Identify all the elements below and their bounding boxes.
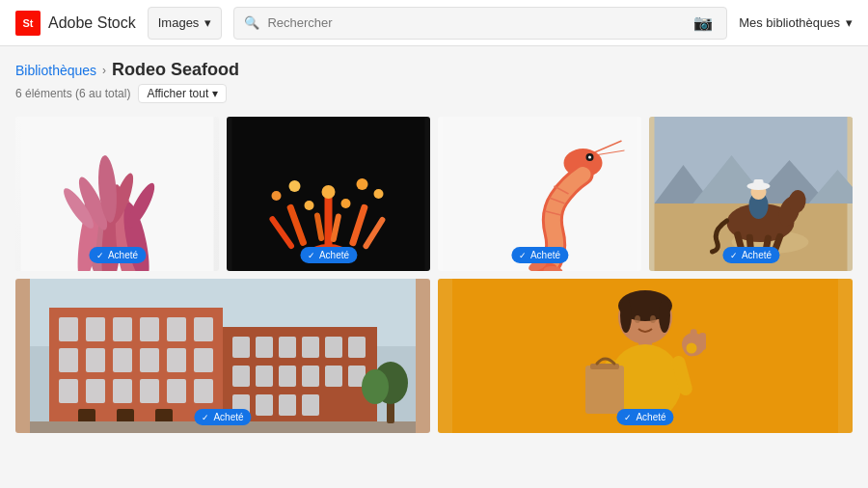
svg-rect-96 — [256, 394, 273, 416]
svg-rect-62 — [86, 317, 105, 341]
svg-rect-83 — [232, 337, 250, 358]
app-header: St Adobe Stock Images ▾ 🔍 📷 Mes biblioth… — [0, 0, 868, 46]
my-libraries-button[interactable]: Mes bibliothèques ▾ — [739, 15, 853, 30]
list-item[interactable]: ✓ Acheté — [649, 117, 853, 271]
breadcrumb-separator: › — [102, 64, 106, 77]
badge-achete: ✓ Acheté — [300, 247, 357, 263]
chevron-down-icon: ▾ — [204, 15, 211, 30]
svg-point-25 — [305, 201, 314, 210]
svg-rect-69 — [113, 348, 132, 372]
svg-rect-84 — [256, 337, 273, 358]
svg-rect-91 — [279, 366, 296, 387]
svg-rect-64 — [140, 317, 159, 341]
svg-rect-74 — [86, 379, 105, 403]
svg-rect-65 — [167, 317, 186, 341]
search-icon: 🔍 — [244, 15, 259, 30]
breadcrumb: Bibliothèques › Rodeo Seafood — [15, 60, 853, 80]
svg-point-18 — [322, 185, 336, 199]
image-grid: ✓ Acheté — [0, 109, 868, 448]
svg-point-109 — [650, 315, 656, 323]
badge-achete: ✓ Acheté — [722, 247, 779, 263]
list-item[interactable]: ✓ Acheté — [438, 117, 641, 271]
svg-point-22 — [374, 189, 384, 199]
item-count: 6 éléments (6 au total) — [15, 87, 130, 100]
svg-rect-57 — [754, 179, 764, 187]
svg-rect-90 — [256, 366, 273, 387]
breadcrumb-parent[interactable]: Bibliothèques — [15, 63, 96, 78]
svg-point-38 — [588, 156, 591, 159]
badge-achete: ✓ Acheté — [616, 409, 673, 425]
svg-rect-85 — [279, 337, 296, 358]
chevron-down-icon: ▾ — [846, 15, 853, 30]
svg-rect-86 — [302, 337, 319, 358]
logo: St Adobe Stock — [15, 11, 136, 36]
images-dropdown[interactable]: Images ▾ — [148, 7, 223, 40]
svg-point-119 — [685, 341, 698, 355]
svg-point-106 — [620, 298, 632, 333]
svg-rect-66 — [194, 317, 213, 341]
list-item[interactable]: ✓ Acheté — [227, 117, 430, 271]
svg-rect-88 — [348, 337, 366, 358]
svg-point-26 — [341, 199, 351, 208]
svg-rect-61 — [59, 317, 78, 341]
svg-rect-98 — [302, 394, 319, 416]
svg-rect-117 — [699, 333, 706, 350]
svg-rect-63 — [113, 317, 132, 341]
svg-point-102 — [362, 369, 389, 404]
svg-rect-68 — [86, 348, 105, 372]
camera-search-button[interactable]: 📷 — [690, 10, 717, 36]
libraries-label: Mes bibliothèques — [739, 15, 840, 30]
images-label: Images — [158, 15, 200, 30]
svg-rect-78 — [194, 379, 213, 403]
list-item[interactable]: ✓ Acheté — [438, 279, 853, 433]
svg-point-21 — [272, 191, 282, 201]
svg-rect-75 — [113, 379, 132, 403]
badge-achete: ✓ Acheté — [194, 409, 251, 425]
svg-rect-92 — [302, 366, 319, 387]
filter-label: Afficher tout — [147, 87, 208, 100]
svg-point-19 — [289, 180, 301, 192]
svg-rect-70 — [140, 348, 159, 372]
badge-achete: ✓ Acheté — [511, 247, 568, 263]
svg-rect-76 — [140, 379, 159, 403]
svg-rect-73 — [59, 379, 78, 403]
logo-badge: St — [15, 11, 41, 36]
svg-rect-113 — [585, 366, 624, 414]
filter-dropdown[interactable]: Afficher tout ▾ — [138, 84, 227, 103]
badge-achete: ✓ Acheté — [89, 247, 146, 263]
svg-rect-71 — [167, 348, 186, 372]
logo-text: Adobe Stock — [48, 14, 136, 32]
svg-point-20 — [357, 178, 368, 190]
svg-rect-97 — [279, 394, 296, 416]
svg-rect-93 — [325, 366, 342, 387]
list-item[interactable]: ✓ Acheté — [15, 279, 430, 433]
svg-rect-67 — [59, 348, 78, 372]
svg-point-107 — [659, 298, 670, 333]
search-bar[interactable]: 🔍 📷 — [233, 7, 727, 40]
svg-rect-89 — [232, 366, 250, 387]
page-title: Rodeo Seafood — [112, 60, 239, 80]
list-item[interactable]: ✓ Acheté — [15, 117, 219, 271]
subheader: 6 éléments (6 au total) Afficher tout ▾ — [15, 84, 853, 103]
svg-rect-72 — [194, 348, 213, 372]
search-input[interactable] — [267, 15, 682, 30]
svg-rect-77 — [167, 379, 186, 403]
chevron-down-icon: ▾ — [212, 87, 218, 100]
svg-rect-87 — [325, 337, 342, 358]
svg-point-108 — [635, 315, 640, 323]
